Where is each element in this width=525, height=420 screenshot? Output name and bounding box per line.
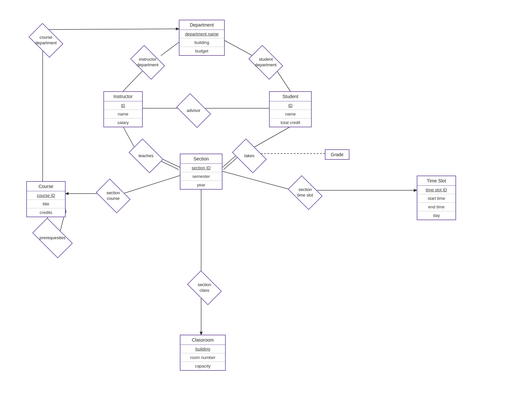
diamond-course-department: coursedepartment <box>28 29 64 52</box>
entity-department-attr-budget: budget <box>179 47 224 55</box>
diamond-advisor: advisor <box>176 99 212 122</box>
entity-course-attr-credits: credits <box>27 208 65 217</box>
entity-section-attr-year: year <box>180 181 222 189</box>
entity-course-attr-id: course ID <box>27 191 65 200</box>
entity-section-attr-semester: semester <box>180 172 222 181</box>
entity-timeslot: Time Slot time slot ID start time end ti… <box>417 176 456 220</box>
svg-line-17 <box>123 176 180 194</box>
entity-section: Section section ID semester year <box>180 154 222 190</box>
diamond-label-section-timeslot: sectiontime slot <box>297 187 313 198</box>
diamond-label-course-dept: coursedepartment <box>35 35 57 46</box>
diamond-label-section-class: sectionclass <box>198 282 211 293</box>
entity-section-title: Section <box>180 154 222 164</box>
entity-instructor-attr-salary: salary <box>104 118 142 127</box>
diamond-label-takes: takes <box>244 153 254 159</box>
diamond-instructor-department: instructordepartment <box>130 51 166 74</box>
entity-section-attr-id: section ID <box>180 164 222 172</box>
entity-instructor-attr-id: ID <box>104 101 142 110</box>
diamond-prereq: prerequesites <box>33 226 72 249</box>
entity-classroom-attr-building: building <box>180 345 225 353</box>
entity-timeslot-title: Time Slot <box>417 176 455 186</box>
entity-course: Course course ID title credits <box>26 181 66 217</box>
entity-instructor-title: Instructor <box>104 92 142 101</box>
entity-department-title: Department <box>179 20 224 30</box>
diamond-teaches: teaches <box>128 144 164 167</box>
grade-box: Grade <box>325 149 349 160</box>
diamond-label-section-course: sectioncourse <box>106 190 120 201</box>
diamond-section-timeslot: sectiontime slot <box>287 181 323 204</box>
diamond-label-prereq: prerequesites <box>40 235 66 241</box>
entity-timeslot-attr-start: start time <box>417 194 455 203</box>
entity-department: Department department name building budg… <box>179 20 225 56</box>
entity-course-attr-title: title <box>27 200 65 208</box>
diamond-label-advisor: advisor <box>187 108 200 114</box>
diamond-label-instructor-dept: instructordepartment <box>137 57 158 68</box>
entity-timeslot-attr-day: day <box>417 211 455 220</box>
entity-instructor: Instructor ID name salary <box>103 91 143 127</box>
diamond-student-department: studentdepartment <box>248 51 284 74</box>
diamond-section-class: sectionclass <box>186 276 222 299</box>
entity-department-attr-building: building <box>179 38 224 47</box>
entity-timeslot-attr-id: time slot ID <box>417 186 455 194</box>
diamond-label-teaches: teaches <box>138 153 154 159</box>
diamond-section-course: sectioncourse <box>95 184 131 207</box>
entity-classroom-attr-roomnum: room number <box>180 353 225 362</box>
entity-student-title: Student <box>270 92 311 101</box>
svg-line-20 <box>222 171 293 190</box>
entity-classroom-title: Classroom <box>180 335 225 345</box>
entity-classroom-attr-capacity: capacity <box>180 362 225 370</box>
entity-instructor-attr-name: name <box>104 110 142 118</box>
entity-timeslot-attr-end: end time <box>417 203 455 211</box>
diamond-takes: takes <box>231 144 267 167</box>
entity-student: Student ID name total credit <box>269 91 312 127</box>
entity-department-attr-name: department name <box>179 30 224 38</box>
entity-student-attr-id: ID <box>270 101 311 110</box>
entity-classroom: Classroom building room number capacity <box>180 335 226 371</box>
entity-student-attr-totalcredit: total credit <box>270 118 311 127</box>
diamond-label-student-dept: studentdepartment <box>255 57 277 68</box>
entity-student-attr-name: name <box>270 110 311 118</box>
entity-course-title: Course <box>27 182 65 191</box>
